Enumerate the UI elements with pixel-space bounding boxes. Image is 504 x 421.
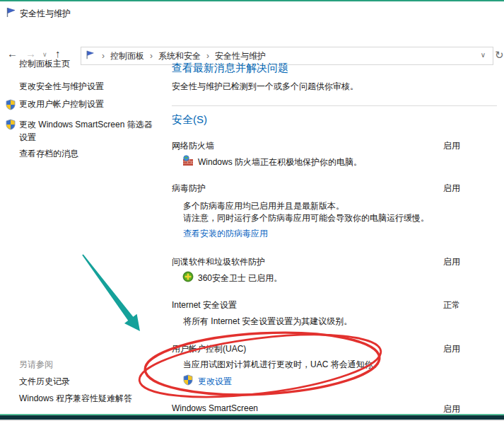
item-network-firewall: 网络防火墙 bbox=[172, 140, 214, 152]
back-button[interactable]: ← bbox=[7, 47, 18, 59]
page-title: 查看最新消息并解决问题 bbox=[172, 62, 288, 75]
title-bar: 安全性与维护 bbox=[0, 1, 504, 21]
see-also-header: 另请参阅 bbox=[19, 359, 53, 371]
breadcrumb-system-security[interactable]: 系统和安全 bbox=[157, 50, 202, 62]
change-uac-settings-link[interactable]: 更改设置 bbox=[198, 376, 232, 388]
annotation-arrow bbox=[82, 254, 140, 331]
desc-internet-security: 将所有 Internet 安全设置设置为其建议级别。 bbox=[183, 316, 352, 328]
sidebar-item-change-uac-settings[interactable]: 更改用户帐户控制设置 bbox=[19, 98, 104, 110]
breadcrumb-separator-icon: › bbox=[98, 51, 109, 61]
breadcrumb-separator-icon: › bbox=[146, 51, 157, 61]
sidebar-item-change-security-settings[interactable]: 更改安全性与维护设置 bbox=[19, 81, 104, 93]
desc-virus-protection-2: 请注意，同时运行多个防病毒应用可能会导致你的电脑运行缓慢。 bbox=[183, 212, 429, 224]
item-spyware-protection: 间谍软件和垃圾软件防护 bbox=[172, 256, 265, 268]
status-network-firewall: 启用 bbox=[443, 140, 460, 152]
firewall-icon bbox=[182, 155, 194, 166]
window-title: 安全性与维护 bbox=[20, 8, 71, 20]
sidebar-item-compat-troubleshooter[interactable]: Windows 程序兼容性疑难解答 bbox=[19, 393, 132, 405]
uac-shield-icon bbox=[182, 374, 194, 386]
page-subtitle: 安全性与维护已检测到一个或多个问题供你审核。 bbox=[172, 81, 358, 93]
status-internet-security: 正常 bbox=[443, 299, 460, 311]
item-uac: 用户帐户控制(UAC) bbox=[172, 343, 246, 355]
refresh-button[interactable]: ↻ bbox=[495, 49, 504, 62]
sidebar-item-change-smartscreen-settings[interactable]: 更改 Windows SmartScreen 筛选器设置 bbox=[19, 118, 160, 144]
sidebar-item-control-panel-home[interactable]: 控制面板主页 bbox=[19, 58, 70, 70]
item-virus-protection: 病毒防护 bbox=[172, 183, 206, 195]
divider bbox=[172, 105, 497, 106]
sidebar-item-view-archived-messages[interactable]: 查看存档的消息 bbox=[19, 148, 78, 160]
status-spyware-protection: 启用 bbox=[443, 256, 460, 268]
item-internet-security: Internet 安全设置 bbox=[172, 299, 237, 311]
flag-icon bbox=[6, 7, 16, 20]
item-smartscreen: Windows SmartScreen bbox=[172, 403, 258, 413]
navigation-bar: ← → ∨ ↑ › 控制面板 › 系统和安全 › 安全性与维护 ∨ ↻ bbox=[0, 21, 504, 45]
desc-virus-protection-1: 多个防病毒应用均已启用并且是最新版本。 bbox=[183, 200, 344, 212]
desc-spyware-protection: 360安全卫士 已启用。 bbox=[198, 272, 282, 284]
sidebar-item-file-history[interactable]: 文件历史记录 bbox=[19, 376, 70, 388]
address-flag-icon bbox=[86, 50, 95, 62]
view-installed-antivirus-link[interactable]: 查看安装的防病毒应用 bbox=[183, 228, 268, 240]
uac-shield-icon bbox=[5, 99, 16, 110]
breadcrumb-control-panel[interactable]: 控制面板 bbox=[109, 50, 146, 62]
desc-uac: 当应用试图对计算机进行更改时，UAC 将会通知你。 bbox=[183, 359, 382, 371]
history-dropdown-icon[interactable]: ∨ bbox=[42, 51, 47, 58]
section-security-header[interactable]: 安全(S) bbox=[172, 113, 207, 127]
360-safeguard-icon bbox=[182, 271, 194, 282]
address-dropdown-icon[interactable]: ∨ bbox=[481, 51, 486, 59]
breadcrumb-security-maintenance[interactable]: 安全性与维护 bbox=[213, 50, 267, 62]
breadcrumb-separator-icon: › bbox=[202, 51, 213, 61]
uac-shield-icon bbox=[5, 119, 16, 130]
desc-network-firewall: Windows 防火墙正在积极地保护你的电脑。 bbox=[198, 156, 362, 168]
status-virus-protection: 启用 bbox=[443, 183, 460, 195]
status-uac: 启用 bbox=[443, 343, 460, 355]
